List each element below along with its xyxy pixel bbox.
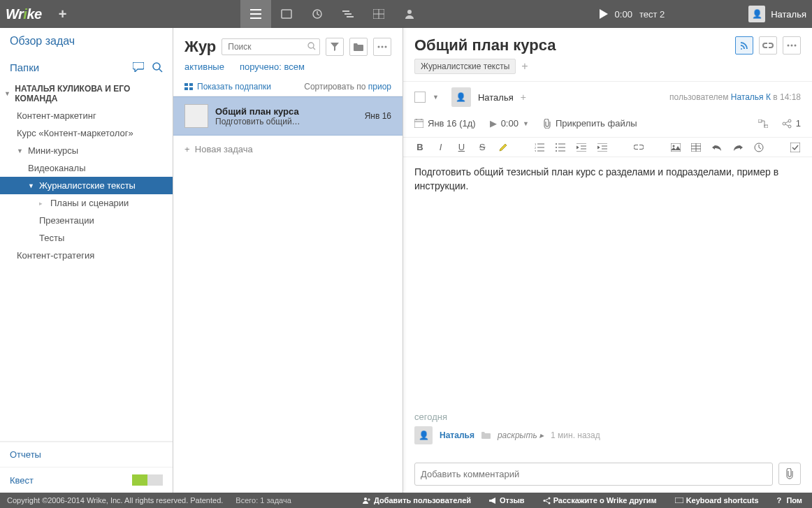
add-tag-button[interactable]: + [521,60,528,73]
italic-button[interactable]: I [435,142,447,152]
add-user-icon [363,497,371,504]
tree-item[interactable]: ▸Планы и сценарии [0,194,173,212]
link-button[interactable] [759,36,777,55]
share-control[interactable]: 1 [782,118,801,129]
ul-button[interactable] [555,143,566,152]
assignee-name[interactable]: Наталья [478,92,514,103]
comment-icon[interactable] [133,62,144,73]
more-button[interactable] [373,38,391,56]
sort-control[interactable]: Сортировать по приор [304,82,391,92]
svg-point-3 [407,10,412,14]
folder-button[interactable] [349,38,368,56]
footer-feedback[interactable]: Отзыв [486,496,528,505]
status-checkbox[interactable] [414,92,426,103]
logo: Wrike [6,6,42,22]
avatar: 👤 [748,6,765,22]
show-subfolders[interactable]: Показать подпапки [184,82,271,92]
more-button[interactable] [783,36,801,55]
folder-tag[interactable]: Журналистские тексты [414,59,516,74]
bold-button[interactable]: B [414,142,426,152]
filter-button[interactable] [326,38,344,56]
redo-button[interactable] [732,144,744,151]
view-list-icon[interactable] [240,0,271,28]
svg-point-19 [788,119,791,122]
footer-shortcuts[interactable]: Keyboard shortcuts [672,496,762,505]
task-item[interactable]: Общий план курса Подготовить общий… Янв … [173,96,403,136]
search-icon[interactable] [307,42,316,50]
outdent-button[interactable] [576,143,587,152]
add-assignee-button[interactable]: + [521,92,526,103]
topbar-user[interactable]: 👤 Наталья [748,6,806,22]
new-task-button[interactable]: + Новая задача [173,136,403,163]
tree-team[interactable]: ▼НАТАЛЬЯ КУЛИКОВА И ЕГО КОМАНДА [0,80,173,107]
svg-point-15 [795,45,797,47]
highlight-button[interactable] [498,143,509,152]
timer-control[interactable]: ▶ 0:00 ▼ [490,118,529,129]
topbar-add-button[interactable]: + [59,6,67,22]
comment-attach-button[interactable] [778,463,801,485]
tree-item[interactable]: Видеоканалы [0,159,173,177]
activity-user[interactable]: Наталья [440,430,474,440]
tree-item[interactable]: Тесты [0,229,173,247]
footer-copyright: Copyright ©2006-2014 Wrike, Inc. All rig… [7,496,223,505]
tree-item[interactable]: Презентации [0,212,173,229]
view-board-icon[interactable] [271,0,302,28]
detail-title[interactable]: Общий план курса [414,36,730,55]
status-dropdown[interactable]: ▼ [433,94,439,101]
share-footer-icon [543,497,551,505]
tree-label: Журналистские тексты [39,180,136,191]
view-gantt-icon[interactable] [333,0,363,28]
tab-active[interactable]: активные [184,61,224,72]
underline-button[interactable]: U [456,142,467,152]
search-icon[interactable] [152,62,163,73]
indent-button[interactable] [597,143,608,152]
svg-point-34 [548,497,550,499]
tree-label: Контент-стратегия [17,250,94,261]
footer-tell[interactable]: Расскажите о Wrike другим [540,496,660,505]
created-user[interactable]: Наталья К [731,92,771,102]
link-editor-button[interactable] [633,145,644,150]
tab-assigned[interactable]: поручено: всем [240,61,305,72]
sidebar-reports[interactable]: Отчеты [0,442,173,467]
attach-control[interactable]: Прикрепить файлы [543,118,637,129]
tree-item[interactable]: Контент-маркетинг [0,107,173,124]
footer-add-users[interactable]: Добавить пользователей [360,496,474,505]
svg-point-8 [385,46,387,48]
topbar-timer[interactable]: 0:00 тест 2 [600,9,665,20]
undo-button[interactable] [711,144,723,151]
history-button[interactable] [753,143,764,152]
checklist-button[interactable] [790,143,801,152]
view-workload-icon[interactable] [394,0,425,28]
view-table-icon[interactable] [363,0,394,28]
dependency-control[interactable] [758,119,768,128]
footer: Copyright ©2006-2014 Wrike, Inc. All rig… [0,493,812,508]
rss-button[interactable] [735,36,753,55]
tree-item[interactable]: ▼Мини-курсы [0,142,173,159]
tree-item[interactable]: Контент-стратегия [0,247,173,264]
sidebar-overview[interactable]: Обзор задач [0,28,173,55]
sidebar-folders[interactable]: Папки [0,55,173,80]
sidebar-quest[interactable]: Квест [0,467,173,493]
svg-point-20 [783,122,785,125]
assignee-row: ▼ 👤 Наталья + пользователем Наталья К в … [403,81,812,113]
topbar-view-switcher [66,0,599,28]
activity-avatar: 👤 [414,426,433,444]
comment-input[interactable] [414,463,773,486]
tree-item-selected[interactable]: ▼Журналистские тексты [0,177,173,194]
quest-toggle[interactable] [132,474,163,486]
image-button[interactable] [670,143,681,152]
description-editor[interactable]: Подготовить общий тезисный план курс с р… [403,157,812,201]
detail-panel: Общий план курса Журналистские тексты + … [403,28,812,493]
tree-item[interactable]: Курс «Контент-маркетолог» [0,124,173,142]
tasklist-header: Жур [173,28,403,59]
ol-button[interactable]: 123 [535,143,546,152]
strike-button[interactable]: S [477,142,488,152]
activity-action[interactable]: раскрыть ▸ [498,430,544,440]
tree-label: Контент-маркетинг [17,110,96,121]
date-control[interactable]: Янв 16 (1д) [414,118,476,129]
tasklist-search-input[interactable] [222,38,320,55]
table-editor-button[interactable] [691,143,702,152]
activity-stream: сегодня 👤 Наталья раскрыть ▸ 1 мин. наза… [403,400,812,456]
view-timelog-icon[interactable] [302,0,333,28]
footer-help[interactable]: ? Пом [774,496,805,505]
